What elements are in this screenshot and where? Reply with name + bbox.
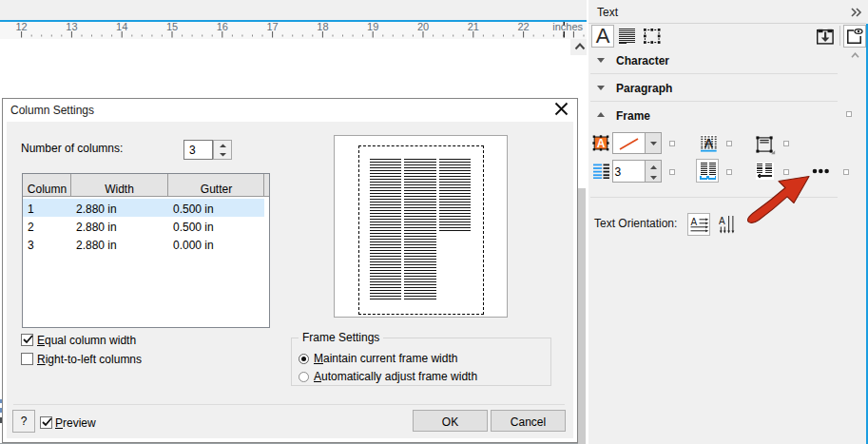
svg-text:A: A bbox=[691, 217, 698, 227]
svg-text:21: 21 bbox=[468, 22, 479, 32]
svg-text:18: 18 bbox=[317, 22, 328, 32]
svg-text:15: 15 bbox=[166, 22, 178, 32]
svg-text:22: 22 bbox=[517, 22, 529, 32]
svg-text:16: 16 bbox=[217, 22, 228, 32]
svg-text:A: A bbox=[597, 137, 606, 150]
svg-text:20: 20 bbox=[417, 22, 429, 32]
svg-text:A: A bbox=[704, 136, 713, 150]
svg-text:13: 13 bbox=[66, 22, 77, 32]
svg-text:A: A bbox=[719, 216, 725, 226]
svg-text:14: 14 bbox=[116, 22, 127, 32]
svg-text:19: 19 bbox=[367, 22, 378, 32]
svg-text:17: 17 bbox=[266, 22, 278, 32]
svg-text:12: 12 bbox=[15, 22, 27, 32]
svg-text:inches: inches bbox=[552, 22, 583, 32]
